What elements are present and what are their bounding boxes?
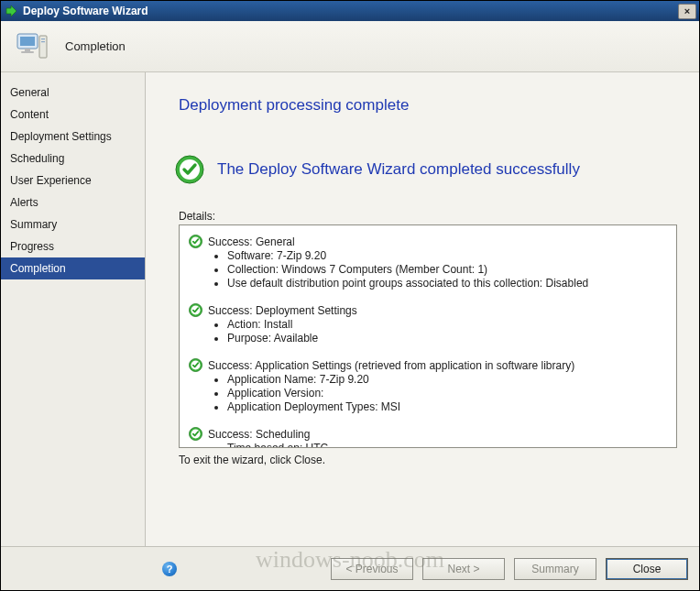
details-group: Success: General Software: 7-Zip 9.20 Co…: [189, 235, 671, 290]
details-label: Details:: [179, 210, 679, 223]
details-group-head: Success: Deployment Settings: [189, 303, 671, 317]
next-button: Next >: [422, 558, 505, 580]
details-lines: Action: Install Purpose: Available: [189, 318, 671, 345]
wizard-body: General Content Deployment Settings Sche…: [1, 72, 699, 590]
sidebar: General Content Deployment Settings Sche…: [1, 72, 146, 590]
sidebar-item-user-experience[interactable]: User Experience: [1, 170, 145, 192]
main-content: Deployment processing complete The Deplo…: [146, 72, 699, 590]
success-check-icon: [189, 427, 202, 441]
window-close-button[interactable]: ×: [678, 4, 696, 19]
details-line: Application Name: 7-Zip 9.20: [227, 373, 671, 387]
details-lines: Time based on: UTC Available Time: As so…: [189, 442, 671, 448]
summary-button: Summary: [514, 558, 596, 580]
sidebar-item-label: Content: [10, 108, 49, 121]
details-line: Application Version:: [227, 387, 671, 400]
svg-rect-6: [41, 41, 45, 42]
status-text: The Deploy Software Wizard completed suc…: [217, 160, 580, 179]
svg-rect-3: [21, 51, 34, 53]
details-line: Time based on: UTC: [227, 442, 671, 448]
details-group-title: Success: General: [208, 235, 295, 248]
details-line: Purpose: Available: [227, 332, 671, 345]
sidebar-item-content[interactable]: Content: [1, 104, 145, 126]
details-group-title: Success: Application Settings (retrieved…: [208, 359, 574, 372]
sidebar-item-general[interactable]: General: [1, 82, 145, 104]
details-group: Success: Deployment Settings Action: Ins…: [189, 303, 671, 345]
sidebar-item-progress[interactable]: Progress: [1, 235, 145, 257]
sidebar-item-label: User Experience: [10, 174, 92, 187]
help-icon[interactable]: ?: [162, 562, 177, 576]
details-line: Collection: Windows 7 Computers (Member …: [227, 263, 671, 277]
close-button[interactable]: Close: [606, 558, 688, 580]
success-check-icon: [189, 235, 202, 248]
completion-status: The Deploy Software Wizard completed suc…: [175, 155, 679, 184]
details-group: Success: Application Settings (retrieved…: [189, 358, 671, 414]
sidebar-item-label: General: [10, 86, 49, 99]
svg-rect-2: [25, 49, 30, 51]
sidebar-item-label: Scheduling: [10, 152, 64, 165]
sidebar-item-label: Deployment Settings: [10, 130, 112, 143]
details-lines: Application Name: 7-Zip 9.20 Application…: [189, 373, 671, 414]
sidebar-item-label: Completion: [10, 262, 66, 275]
details-group-head: Success: Scheduling: [189, 427, 671, 441]
svg-rect-5: [41, 38, 45, 39]
sidebar-item-deployment-settings[interactable]: Deployment Settings: [1, 126, 145, 148]
details-line: Use default distribution point groups as…: [227, 277, 671, 290]
sidebar-item-summary[interactable]: Summary: [1, 213, 145, 235]
details-group: Success: Scheduling Time based on: UTC A…: [189, 427, 671, 448]
previous-button: < Previous: [331, 558, 413, 580]
success-check-icon: [189, 358, 202, 372]
details-group-head: Success: Application Settings (retrieved…: [189, 358, 671, 372]
sidebar-item-label: Progress: [10, 240, 54, 253]
sidebar-item-completion[interactable]: Completion: [1, 257, 145, 279]
details-group-title: Success: Scheduling: [208, 428, 310, 441]
main-heading: Deployment processing complete: [179, 96, 679, 115]
details-line: Software: 7-Zip 9.20: [227, 249, 671, 263]
wizard-footer: ? < Previous Next > Summary Close: [1, 546, 699, 590]
details-box[interactable]: Success: General Software: 7-Zip 9.20 Co…: [179, 224, 677, 448]
details-line: Application Deployment Types: MSI: [227, 400, 671, 414]
success-check-icon: [189, 303, 202, 317]
wizard-arrow-icon: [5, 5, 17, 17]
success-check-icon: [175, 155, 204, 184]
computer-icon: [14, 28, 50, 65]
sidebar-item-label: Summary: [10, 218, 57, 231]
page-title: Completion: [65, 39, 126, 53]
details-lines: Software: 7-Zip 9.20 Collection: Windows…: [189, 249, 671, 290]
titlebar: Deploy Software Wizard ×: [1, 1, 699, 21]
sidebar-item-scheduling[interactable]: Scheduling: [1, 148, 145, 170]
svg-rect-1: [20, 37, 35, 46]
wizard-header: Completion: [1, 21, 699, 72]
exit-instruction: To exit the wizard, click Close.: [179, 454, 679, 466]
details-group-head: Success: General: [189, 235, 671, 248]
details-line: Action: Install: [227, 318, 671, 332]
details-group-title: Success: Deployment Settings: [208, 304, 357, 317]
window-title: Deploy Software Wizard: [23, 5, 678, 17]
sidebar-item-label: Alerts: [10, 196, 38, 209]
sidebar-item-alerts[interactable]: Alerts: [1, 192, 145, 213]
